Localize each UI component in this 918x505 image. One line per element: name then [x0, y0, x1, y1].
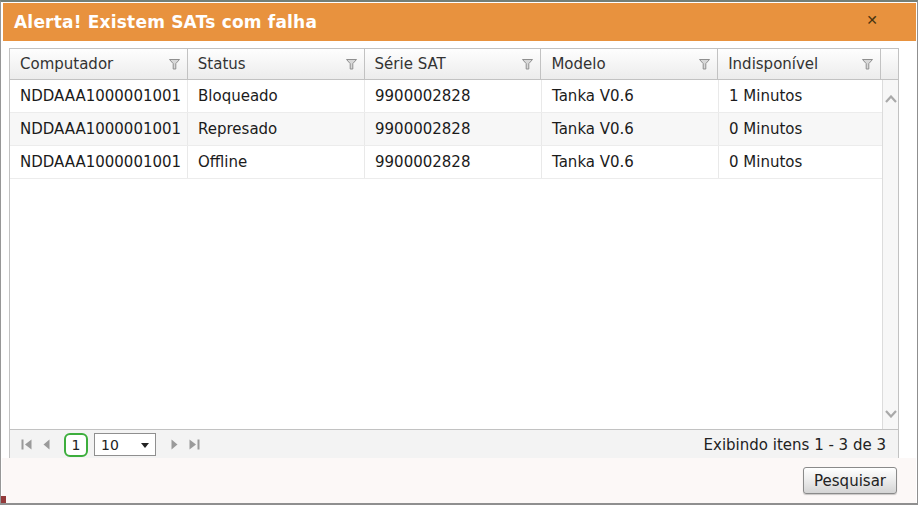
cell-indisponivel: 1 Minutos — [719, 80, 882, 112]
column-header-label: Computador — [20, 55, 113, 73]
chevron-down-icon — [141, 443, 149, 452]
pager-bar: 1 10 Exibindo itens 1 - 3 de 3 — [10, 429, 898, 459]
dialog-footer: Pesquisar — [2, 458, 916, 503]
pager-status-text: Exibindo itens 1 - 3 de 3 — [704, 436, 890, 454]
current-page-button[interactable]: 1 — [64, 433, 88, 457]
table-header-row: Computador Status Série SAT Modelo — [10, 49, 898, 80]
search-button[interactable]: Pesquisar — [803, 467, 897, 494]
column-header-status[interactable]: Status — [188, 49, 365, 79]
column-header-computador[interactable]: Computador — [10, 49, 188, 79]
last-page-button[interactable] — [184, 435, 204, 455]
cell-status: Represado — [188, 113, 365, 145]
cell-computador: NDDAAA1000001001 — [10, 80, 188, 112]
alert-dialog: Alerta! Existem SATs com falha ✕ Computa… — [0, 0, 918, 505]
cell-modelo: Tanka V0.6 — [542, 113, 719, 145]
scroll-down-icon[interactable] — [883, 403, 898, 425]
dialog-title: Alerta! Existem SATs com falha — [3, 12, 317, 32]
column-header-modelo[interactable]: Modelo — [541, 49, 718, 79]
filter-icon[interactable] — [522, 59, 533, 70]
corner-notch — [1, 496, 6, 503]
filter-icon[interactable] — [699, 59, 710, 70]
column-header-label: Indisponível — [728, 55, 818, 73]
column-header-indisponivel[interactable]: Indisponível — [718, 49, 881, 79]
cell-modelo: Tanka V0.6 — [542, 80, 719, 112]
dialog-titlebar: Alerta! Existem SATs com falha — [3, 3, 916, 41]
column-header-label: Modelo — [551, 55, 605, 73]
sat-failures-table: Computador Status Série SAT Modelo — [9, 48, 899, 460]
filter-icon[interactable] — [169, 59, 180, 70]
cell-computador: NDDAAA1000001001 — [10, 113, 188, 145]
header-scrollbar-spacer — [881, 49, 898, 79]
table-row[interactable]: NDDAAA1000001001 Offline 9900002828 Tank… — [10, 146, 882, 179]
cell-status: Offline — [188, 146, 365, 178]
next-page-button[interactable] — [164, 435, 184, 455]
previous-page-button[interactable] — [36, 435, 56, 455]
cell-modelo: Tanka V0.6 — [542, 146, 719, 178]
cell-status: Bloqueado — [188, 80, 365, 112]
cell-indisponivel: 0 Minutos — [719, 113, 882, 145]
filter-icon[interactable] — [346, 59, 357, 70]
table-body: NDDAAA1000001001 Bloqueado 9900002828 Ta… — [10, 80, 882, 179]
vertical-scrollbar[interactable] — [882, 80, 898, 429]
cell-serie-sat: 9900002828 — [365, 146, 542, 178]
first-page-button[interactable] — [16, 435, 36, 455]
column-header-serie-sat[interactable]: Série SAT — [365, 49, 542, 79]
scroll-up-icon[interactable] — [883, 88, 898, 110]
cell-serie-sat: 9900002828 — [365, 80, 542, 112]
column-header-label: Status — [198, 55, 246, 73]
filter-icon[interactable] — [862, 59, 873, 70]
cell-serie-sat: 9900002828 — [365, 113, 542, 145]
column-header-label: Série SAT — [375, 55, 446, 73]
page-size-dropdown[interactable]: 10 — [94, 433, 156, 456]
page-size-value: 10 — [101, 437, 119, 453]
table-row[interactable]: NDDAAA1000001001 Bloqueado 9900002828 Ta… — [10, 80, 882, 113]
table-row[interactable]: NDDAAA1000001001 Represado 9900002828 Ta… — [10, 113, 882, 146]
cell-indisponivel: 0 Minutos — [719, 146, 882, 178]
cell-computador: NDDAAA1000001001 — [10, 146, 188, 178]
close-icon[interactable]: ✕ — [863, 11, 881, 29]
